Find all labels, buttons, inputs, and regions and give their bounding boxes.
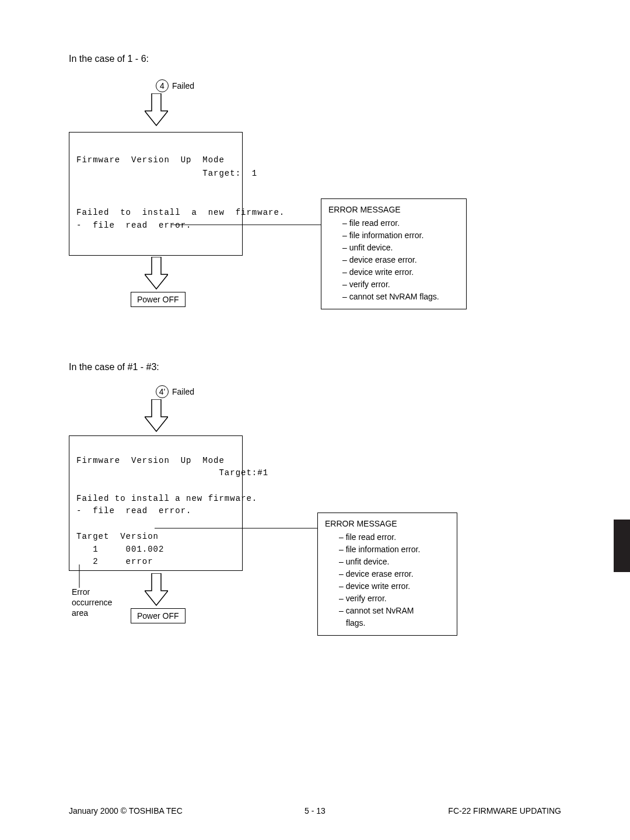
error-message-box-2: ERROR MESSAGE – file read error. – file …: [317, 513, 457, 636]
screen2-line7: 2 error: [76, 557, 153, 566]
power-off-box: Power OFF: [131, 608, 186, 623]
error-item: – device write error.: [328, 266, 459, 278]
step-number-circle: 4': [156, 385, 169, 398]
error-message-box-1: ERROR MESSAGE – file read error. – file …: [321, 198, 467, 309]
screen2-line3: Failed to install a new firmware.: [76, 494, 257, 503]
failed-text: Failed: [172, 387, 194, 396]
error-title: ERROR MESSAGE: [328, 204, 459, 216]
error-item: – file read error.: [328, 217, 459, 229]
error-item: – cannot set NvRAM: [325, 605, 450, 617]
firmware-screen-2: Firmware Version Up Mode Target:#1 Faile…: [69, 435, 243, 571]
error-item: – device write error.: [325, 580, 450, 592]
section-tab: [614, 520, 630, 572]
error-item: – unfit device.: [328, 242, 459, 254]
arrow-down-icon: [145, 399, 168, 432]
step4-failed-label: 4 Failed: [156, 79, 194, 92]
error-item: – file information error.: [328, 229, 459, 242]
screen1-line3: Failed to install a new firmware.: [76, 208, 285, 217]
screen2-line2: Target:#1: [76, 468, 268, 477]
footer-right: FC-22 FIRMWARE UPDATING: [448, 806, 561, 815]
error-item: – device erase error.: [328, 254, 459, 266]
error-item: – unfit device.: [325, 556, 450, 568]
screen1-line2: Target: 1: [76, 169, 257, 178]
error-item: – cannot set NvRAM flags.: [328, 291, 459, 303]
failed-text: Failed: [172, 81, 194, 90]
connector-line: [155, 525, 318, 531]
connector-line: [172, 222, 321, 228]
error-occurrence-note: Error occurrence area: [72, 587, 112, 619]
screen2-line5: Target Version: [76, 532, 159, 541]
error-item: – verify error.: [328, 278, 459, 291]
step4p-failed-label: 4' Failed: [156, 385, 194, 398]
power-off-box: Power OFF: [131, 292, 186, 307]
arrow-down-icon: [145, 573, 168, 606]
step-number-circle: 4: [156, 79, 169, 92]
error-title: ERROR MESSAGE: [325, 518, 450, 530]
arrow-down-icon: [145, 93, 168, 126]
connector-line-vertical: [76, 564, 82, 588]
section1-heading: In the case of 1 - 6:: [69, 54, 149, 64]
error-item: – device erase error.: [325, 568, 450, 580]
screen2-line6: 1 001.002: [76, 545, 164, 554]
screen2-line4: - file read error.: [76, 506, 191, 515]
arrow-down-icon: [145, 257, 168, 290]
error-item: – file information error.: [325, 543, 450, 556]
page: In the case of 1 - 6: 4 Failed Firmware …: [0, 0, 630, 840]
error-item: – verify error.: [325, 592, 450, 605]
error-item: flags.: [325, 617, 450, 629]
screen1-line1: Firmware Version Up Mode: [76, 155, 225, 165]
section2-heading: In the case of #1 - #3:: [69, 362, 159, 372]
screen2-line1: Firmware Version Up Mode: [76, 456, 225, 465]
firmware-screen-1: Firmware Version Up Mode Target: 1 Faile…: [69, 132, 243, 256]
error-item: – file read error.: [325, 531, 450, 543]
